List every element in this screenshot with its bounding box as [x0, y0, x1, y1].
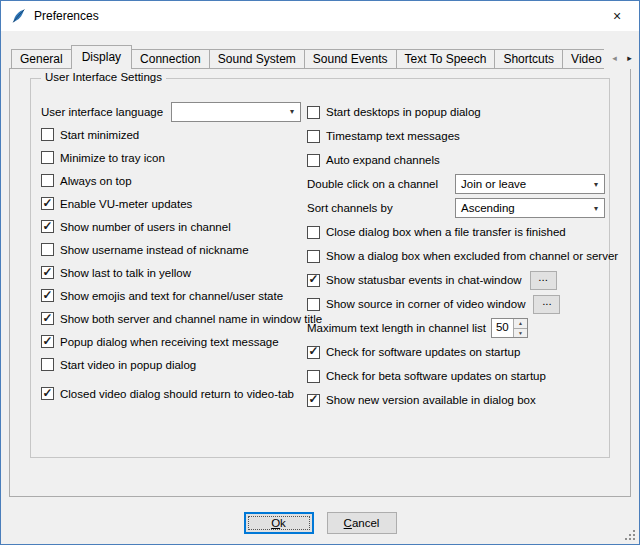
checkbox-check-beta-updates[interactable]: ✓ — [307, 370, 320, 383]
checkbox-popup-text-message[interactable]: ✓ — [41, 335, 54, 348]
checkmark-icon: ✓ — [308, 393, 318, 405]
row-statusbar-events[interactable]: ✓ Show statusbar events in chat-window .… — [307, 268, 605, 292]
tab-general[interactable]: General — [11, 49, 72, 69]
tab-display[interactable]: Display — [71, 45, 132, 69]
double-click-dropdown[interactable]: Join or leave ▾ — [455, 174, 605, 194]
checkbox-last-to-talk[interactable]: ✓ — [41, 266, 54, 279]
tab-connection[interactable]: Connection — [131, 49, 210, 69]
max-text-length-spinner[interactable]: 50 ▲ ▼ — [491, 318, 528, 338]
spin-down-icon[interactable]: ▼ — [514, 329, 527, 338]
tab-sound-events[interactable]: Sound Events — [304, 49, 397, 69]
checkbox-excluded-dialog[interactable]: ✓ — [307, 250, 320, 263]
title-bar[interactable]: Preferences × — [1, 1, 639, 31]
display-tab-pane: User Interface Settings User interface l… — [9, 68, 631, 497]
checkmark-icon: ✓ — [42, 312, 52, 324]
checkmark-icon: ✓ — [42, 197, 52, 209]
row-show-username[interactable]: ✓ Show username instead of nickname — [41, 238, 303, 261]
cancel-button[interactable]: Cancel — [327, 512, 397, 534]
checkbox-label: Minimize to tray icon — [60, 152, 165, 164]
checkbox-label: Popup dialog when receiving text message — [60, 336, 279, 348]
checkbox-label: Start video in popup dialog — [60, 359, 196, 371]
row-always-on-top[interactable]: ✓ Always on top — [41, 169, 303, 192]
close-button[interactable]: × — [595, 1, 639, 31]
checkbox-statusbar-events[interactable]: ✓ — [307, 274, 320, 287]
checkbox-video-source-corner[interactable]: ✓ — [307, 298, 320, 311]
tab-text-to-speech[interactable]: Text To Speech — [396, 49, 496, 69]
row-timestamp-messages[interactable]: ✓ Timestamp text messages — [307, 124, 605, 148]
checkbox-show-username[interactable]: ✓ — [41, 243, 54, 256]
checkbox-check-updates[interactable]: ✓ — [307, 346, 320, 359]
row-start-minimized[interactable]: ✓ Start minimized — [41, 123, 303, 146]
checkbox-label: Auto expand channels — [326, 154, 440, 166]
checkbox-label: Check for software updates on startup — [326, 346, 520, 358]
checkbox-start-video-popup[interactable]: ✓ — [41, 358, 54, 371]
tab-sound-system[interactable]: Sound System — [209, 49, 305, 69]
row-check-updates[interactable]: ✓ Check for software updates on startup — [307, 340, 605, 364]
ok-button[interactable]: Ok — [244, 512, 314, 534]
row-new-version-dialog[interactable]: ✓ Show new version available in dialog b… — [307, 388, 605, 412]
max-text-length-row: Maximum text length in channel list 50 ▲… — [307, 316, 605, 340]
checkbox-label: Show a dialog box when excluded from cha… — [326, 250, 618, 262]
tab-scroll-right-icon[interactable]: ▸ — [622, 48, 637, 68]
row-excluded-dialog[interactable]: ✓ Show a dialog box when excluded from c… — [307, 244, 605, 268]
checkmark-icon: ✓ — [42, 335, 52, 347]
language-row: User interface language ▾ — [41, 100, 303, 123]
spin-up-icon[interactable]: ▲ — [514, 319, 527, 329]
row-check-beta-updates[interactable]: ✓ Check for beta software updates on sta… — [307, 364, 605, 388]
row-show-user-count[interactable]: ✓ Show number of users in channel — [41, 215, 303, 238]
checkbox-label: Show both server and channel name in win… — [60, 313, 322, 325]
row-start-video-popup[interactable]: ✓ Start video in popup dialog — [41, 353, 303, 376]
checkbox-show-emojis[interactable]: ✓ — [41, 289, 54, 302]
statusbar-events-browse-button[interactable]: ... — [530, 271, 557, 290]
language-label: User interface language — [41, 106, 163, 118]
checkbox-label: Always on top — [60, 175, 132, 187]
left-column: User interface language ▾ ✓ Start minimi… — [41, 100, 303, 412]
sort-channels-dropdown[interactable]: Ascending ▾ — [455, 198, 605, 218]
row-vu-meter-updates[interactable]: ✓ Enable VU-meter updates — [41, 192, 303, 215]
checkbox-label: Close dialog box when a file transfer is… — [326, 226, 566, 238]
tab-shortcuts[interactable]: Shortcuts — [494, 49, 563, 69]
checkmark-icon: ✓ — [308, 345, 318, 357]
checkbox-label: Start desktops in popup dialog — [326, 106, 481, 118]
row-video-source-corner[interactable]: ✓ Show source in corner of video window … — [307, 292, 605, 316]
checkbox-auto-expand-channels[interactable]: ✓ — [307, 154, 320, 167]
right-column: ✓ Start desktops in popup dialog ✓ Times… — [303, 100, 605, 412]
checkbox-show-user-count[interactable]: ✓ — [41, 220, 54, 233]
preferences-dialog: Preferences × General Display Connection… — [0, 0, 640, 545]
checkbox-minimize-to-tray[interactable]: ✓ — [41, 151, 54, 164]
checkbox-label: Show last to talk in yellow — [60, 267, 191, 279]
tab-scroll-left-icon[interactable]: ◂ — [607, 48, 622, 68]
max-text-length-label: Maximum text length in channel list — [307, 322, 486, 334]
row-server-channel-title[interactable]: ✓ Show both server and channel name in w… — [41, 307, 303, 330]
checkbox-closed-video-return[interactable]: ✓ — [41, 387, 54, 400]
checkbox-new-version-dialog[interactable]: ✓ — [307, 394, 320, 407]
checkbox-timestamp-messages[interactable]: ✓ — [307, 130, 320, 143]
sort-channels-row: Sort channels by Ascending ▾ — [307, 196, 605, 220]
ui-settings-groupbox: User Interface Settings User interface l… — [30, 78, 610, 458]
checkbox-desktops-popup[interactable]: ✓ — [307, 106, 320, 119]
checkbox-server-channel-title[interactable]: ✓ — [41, 312, 54, 325]
language-dropdown[interactable]: ▾ — [171, 102, 301, 122]
video-source-browse-button[interactable]: ... — [533, 295, 560, 314]
resize-grip[interactable] — [622, 527, 636, 541]
groupbox-title: User Interface Settings — [41, 71, 166, 83]
checkbox-close-on-transfer[interactable]: ✓ — [307, 226, 320, 239]
row-close-on-transfer[interactable]: ✓ Close dialog box when a file transfer … — [307, 220, 605, 244]
row-show-emojis[interactable]: ✓ Show emojis and text for channel/user … — [41, 284, 303, 307]
row-closed-video-return[interactable]: ✓ Closed video dialog should return to v… — [41, 382, 303, 405]
checkmark-icon: ✓ — [308, 273, 318, 285]
checkbox-always-on-top[interactable]: ✓ — [41, 174, 54, 187]
checkmark-icon: ✓ — [42, 266, 52, 278]
checkbox-label: Show username instead of nickname — [60, 244, 249, 256]
row-minimize-to-tray[interactable]: ✓ Minimize to tray icon — [41, 146, 303, 169]
row-desktops-popup[interactable]: ✓ Start desktops in popup dialog — [307, 100, 605, 124]
chevron-down-icon: ▾ — [588, 204, 604, 213]
checkbox-label: Show emojis and text for channel/user st… — [60, 290, 283, 302]
checkbox-start-minimized[interactable]: ✓ — [41, 128, 54, 141]
double-click-label: Double click on a channel — [307, 178, 438, 190]
row-last-to-talk[interactable]: ✓ Show last to talk in yellow — [41, 261, 303, 284]
row-auto-expand-channels[interactable]: ✓ Auto expand channels — [307, 148, 605, 172]
checkbox-vu-meter-updates[interactable]: ✓ — [41, 197, 54, 210]
checkmark-icon: ✓ — [42, 220, 52, 232]
row-popup-text-message[interactable]: ✓ Popup dialog when receiving text messa… — [41, 330, 303, 353]
